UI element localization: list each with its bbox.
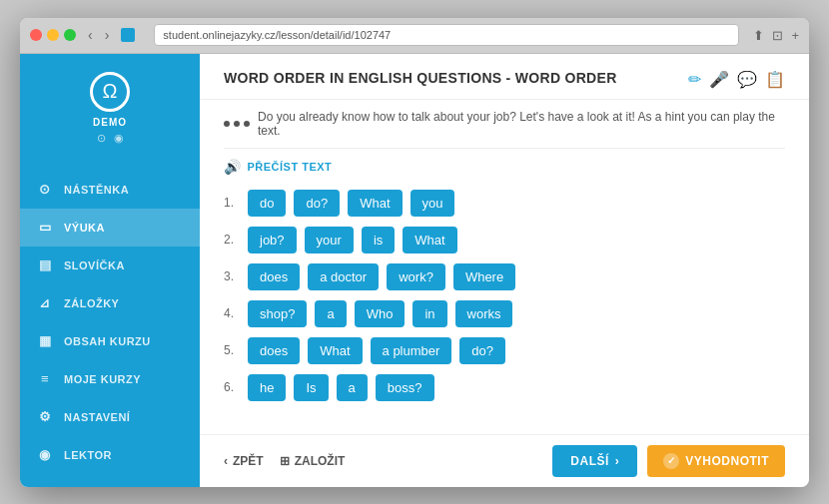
- share-icon[interactable]: ⬆: [753, 28, 764, 43]
- sidebar-label-nastenska: NÁSTĚNKA: [64, 184, 129, 196]
- word-btn-r1-w4[interactable]: you: [411, 190, 455, 217]
- word-btn-r3-w1[interactable]: does: [248, 263, 300, 290]
- word-btn-r2-w1[interactable]: job?: [248, 227, 297, 253]
- sidebar-item-vyuka[interactable]: ▭ VÝUKA: [20, 209, 200, 247]
- info-dots: [224, 121, 250, 127]
- sidebar-item-lektor[interactable]: ◉ LEKTOR: [20, 436, 200, 474]
- row-num-1: 1.: [224, 196, 240, 210]
- word-btn-r5-w4[interactable]: do?: [459, 337, 505, 364]
- word-row-6: 6.heIsaboss?: [224, 374, 785, 401]
- info-box: Do you already know how to talk about yo…: [224, 100, 785, 149]
- back-nav-button[interactable]: ‹: [84, 25, 97, 45]
- check-icon: ✓: [663, 453, 679, 469]
- clipboard-icon[interactable]: 📋: [765, 70, 785, 89]
- word-btn-r5-w1[interactable]: does: [248, 337, 300, 364]
- user-small-icon[interactable]: ◉: [114, 132, 124, 145]
- url-text: student.onlinejazyky.cz/lesson/detail/id…: [163, 29, 391, 41]
- word-btn-r1-w3[interactable]: What: [348, 190, 402, 217]
- dot-2: [234, 121, 240, 127]
- page-title: WORD ORDER IN ENGLISH QUESTIONS - WORD O…: [224, 70, 617, 86]
- sidebar-nav: ⊙ NÁSTĚNKA ▭ VÝUKA ▤ SLOVÍČKA ⊿ ZÁLOŽKY …: [20, 171, 200, 474]
- content-footer: ‹ ZPĚT ⊞ ZALOŽIT DALŠÍ › ✓ VYHOD: [200, 434, 809, 487]
- dot-3: [244, 121, 250, 127]
- traffic-lights: [30, 29, 76, 41]
- sidebar-item-obsah-kurzu[interactable]: ▦ OBSAH KURZU: [20, 322, 200, 360]
- pencil-icon[interactable]: ✏: [688, 70, 701, 89]
- evaluate-button[interactable]: ✓ VYHODNOTIT: [647, 445, 785, 477]
- course-icon: ▦: [36, 332, 54, 350]
- word-btn-r1-w1[interactable]: do: [248, 190, 286, 217]
- word-btn-r6-w3[interactable]: a: [337, 374, 368, 401]
- sidebar-label-moje: MOJE KURZY: [64, 373, 141, 385]
- close-button[interactable]: [30, 29, 42, 41]
- read-text-button[interactable]: 🔊 PŘEČÍST TEXT: [224, 159, 785, 175]
- mic-icon[interactable]: 🎤: [709, 70, 729, 89]
- settings-icon: ⚙: [36, 408, 54, 426]
- next-button[interactable]: DALŠÍ ›: [552, 445, 637, 477]
- word-btn-r4-w5[interactable]: works: [455, 300, 513, 327]
- sidebar-item-nastenska[interactable]: ⊙ NÁSTĚNKA: [20, 171, 200, 209]
- word-row-4: 4.shop?aWhoinworks: [224, 300, 785, 327]
- forward-nav-button[interactable]: ›: [101, 25, 114, 45]
- dot-1: [224, 121, 230, 127]
- bookmarks-icon: ⊿: [36, 294, 54, 312]
- word-btn-r2-w4[interactable]: What: [403, 227, 456, 253]
- word-btn-r2-w2[interactable]: your: [305, 227, 354, 253]
- minimize-button[interactable]: [47, 29, 59, 41]
- browser-window: ‹ › student.onlinejazyky.cz/lesson/detai…: [20, 18, 809, 487]
- row-num-6: 6.: [224, 380, 240, 394]
- word-row-3: 3.doesa doctorwork?Where: [224, 263, 785, 290]
- maximize-button[interactable]: [64, 29, 76, 41]
- sidebar-bottom[interactable]: ≡: [20, 474, 200, 487]
- teacher-icon: ◉: [36, 446, 54, 464]
- lesson-icon: ▭: [36, 219, 54, 237]
- dashboard-icon: ⊙: [36, 181, 54, 199]
- word-btn-r6-w2[interactable]: Is: [294, 374, 328, 401]
- content-header: WORD ORDER IN ENGLISH QUESTIONS - WORD O…: [200, 54, 809, 100]
- header-icons: ✏ 🎤 💬 📋: [688, 70, 785, 89]
- word-btn-r6-w1[interactable]: he: [248, 374, 286, 401]
- word-btn-r1-w2[interactable]: do?: [294, 190, 340, 217]
- word-btn-r6-w4[interactable]: boss?: [376, 374, 434, 401]
- word-btn-r4-w1[interactable]: shop?: [248, 300, 307, 327]
- word-btn-r4-w3[interactable]: Who: [355, 300, 406, 327]
- sidebar-label-zalozky: ZÁLOŽKY: [64, 297, 119, 309]
- save-button[interactable]: ⊞ ZALOŽIT: [280, 454, 346, 468]
- logo-circle: Ω: [90, 72, 130, 112]
- word-btn-r3-w2[interactable]: a doctor: [308, 263, 379, 290]
- nav-buttons: ‹ ›: [84, 25, 113, 45]
- vocabulary-icon: ▤: [36, 256, 54, 274]
- bookmark-icon[interactable]: ⊡: [772, 28, 783, 43]
- footer-left: ‹ ZPĚT ⊞ ZALOŽIT: [224, 454, 345, 468]
- address-bar[interactable]: student.onlinejazyky.cz/lesson/detail/id…: [154, 24, 739, 46]
- app-container: Ω DEMO ⊙ ◉ ⊙ NÁSTĚNKA ▭ VÝUKA: [20, 54, 809, 487]
- sidebar-item-nastaveni[interactable]: ⚙ NASTAVENÍ: [20, 398, 200, 436]
- word-btn-r4-w4[interactable]: in: [413, 300, 446, 327]
- word-btn-r3-w4[interactable]: Where: [453, 263, 515, 290]
- back-chevron-icon: ‹: [224, 454, 228, 468]
- info-text: Do you already know how to talk about yo…: [258, 110, 785, 138]
- sidebar-label-lektor: LEKTOR: [64, 449, 112, 461]
- word-btn-r5-w3[interactable]: a plumber: [371, 337, 452, 364]
- word-btn-r2-w3[interactable]: is: [362, 227, 395, 253]
- back-button[interactable]: ‹ ZPĚT: [224, 454, 264, 468]
- word-row-5: 5.doesWhata plumberdo?: [224, 337, 785, 364]
- tab-favicon: [121, 28, 135, 42]
- sidebar-item-slovicka[interactable]: ▤ SLOVÍČKA: [20, 247, 200, 284]
- back-label: ZPĚT: [233, 454, 264, 468]
- sidebar-item-zalozky[interactable]: ⊿ ZÁLOŽKY: [20, 284, 200, 322]
- chat-icon[interactable]: 💬: [737, 70, 757, 89]
- word-btn-r4-w2[interactable]: a: [315, 300, 346, 327]
- settings-small-icon[interactable]: ⊙: [97, 132, 106, 145]
- word-btn-r3-w3[interactable]: work?: [387, 263, 445, 290]
- save-icon: ⊞: [280, 454, 290, 468]
- sidebar-label-vyuka: VÝUKA: [64, 222, 105, 234]
- words-area: 1.dodo?Whatyou2.job?yourisWhat3.doesa do…: [200, 185, 809, 434]
- evaluate-label: VYHODNOTIT: [685, 454, 769, 468]
- row-num-4: 4.: [224, 306, 240, 320]
- more-icon[interactable]: +: [791, 28, 799, 43]
- speaker-icon: 🔊: [224, 159, 242, 175]
- next-chevron-icon: ›: [615, 454, 620, 468]
- sidebar-item-moje-kurzy[interactable]: ≡ MOJE KURZY: [20, 360, 200, 398]
- word-btn-r5-w2[interactable]: What: [308, 337, 362, 364]
